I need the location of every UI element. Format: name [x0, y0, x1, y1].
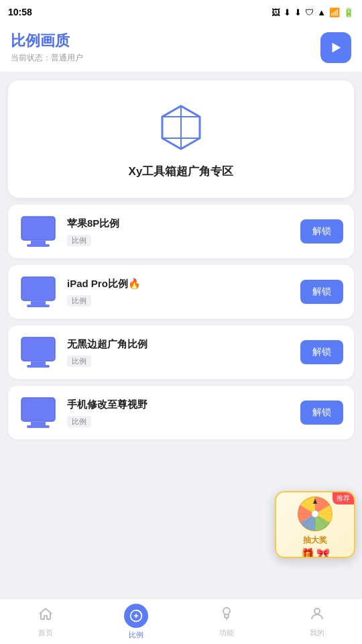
- home-icon: [38, 606, 54, 626]
- item-badge-3: 比例: [67, 416, 91, 427]
- status-icons: 🖼 ⬇ ⬇ 🛡 ▲ 📶 🔋: [272, 7, 354, 17]
- banner-icon: [154, 101, 208, 154]
- nav-label-ratio: 比例: [129, 630, 143, 640]
- status-bar: 10:58 🖼 ⬇ ⬇ 🛡 ▲ 📶 🔋: [0, 0, 362, 24]
- item-monitor-icon-1: [19, 274, 58, 309]
- unlock-button-1[interactable]: 解锁: [300, 280, 343, 304]
- item-monitor-icon-0: [19, 214, 58, 249]
- header: 比例画质 当前状态：普通用户: [0, 24, 362, 72]
- item-badge-0: 比例: [67, 235, 91, 246]
- floating-popup[interactable]: 推荐 抽大奖 🎁 🎀: [275, 491, 355, 558]
- item-title-2: 无黑边超广角比例: [67, 338, 300, 351]
- svg-rect-10: [27, 244, 50, 247]
- svg-point-33: [314, 608, 320, 614]
- nav-item-home[interactable]: 首页: [0, 606, 90, 638]
- svg-point-31: [223, 608, 230, 614]
- svg-rect-21: [31, 422, 46, 425]
- nav-item-mine[interactable]: 我的: [272, 606, 362, 638]
- list-container: 苹果8P比例 比例 解锁 iPad Pro比例🔥 比例 解锁: [8, 205, 354, 439]
- page-title: 比例画质: [11, 31, 83, 51]
- svg-rect-14: [27, 305, 50, 307]
- svg-rect-7: [21, 217, 55, 240]
- svg-point-28: [312, 511, 318, 517]
- download-icon-2: ⬇: [294, 7, 302, 17]
- play-icon: [328, 40, 343, 55]
- unlock-button-0[interactable]: 解锁: [300, 219, 343, 244]
- item-content-2: 无黑边超广角比例 比例: [67, 338, 300, 367]
- svg-rect-13: [31, 301, 46, 305]
- list-item: 无黑边超广角比例 比例 解锁: [8, 325, 354, 379]
- svg-rect-22: [27, 425, 50, 428]
- svg-line-6: [181, 106, 200, 117]
- item-title-0: 苹果8P比例: [67, 217, 300, 230]
- user-icon: [309, 606, 325, 626]
- item-content-0: 苹果8P比例 比例: [67, 217, 300, 246]
- item-badge-1: 比例: [67, 295, 91, 307]
- svg-rect-9: [31, 241, 46, 244]
- nav-item-ratio[interactable]: 比例: [90, 604, 181, 640]
- svg-marker-0: [333, 42, 341, 52]
- banner-card: Xy工具箱超广角专区: [8, 80, 354, 198]
- page-subtitle: 当前状态：普通用户: [11, 52, 83, 64]
- svg-line-5: [162, 106, 181, 117]
- 3d-box-icon: [154, 101, 208, 154]
- header-title-block: 比例画质 当前状态：普通用户: [11, 31, 83, 64]
- unlock-button-3[interactable]: 解锁: [300, 400, 343, 425]
- photo-icon: 🖼: [272, 7, 280, 17]
- gift-icon: 🎁: [301, 547, 314, 558]
- svg-rect-15: [21, 337, 55, 361]
- popup-tag: 推荐: [333, 492, 354, 504]
- list-item: iPad Pro比例🔥 比例 解锁: [8, 265, 354, 319]
- svg-rect-18: [27, 365, 50, 368]
- nav-active-indicator: [124, 604, 148, 628]
- list-item: 苹果8P比例 比例 解锁: [8, 205, 354, 258]
- status-time: 10:58: [8, 7, 32, 17]
- signal-icon: 📶: [329, 7, 340, 17]
- bulb-icon: [219, 606, 235, 626]
- svg-rect-11: [21, 277, 55, 301]
- popup-items-row: 🎁 🎀: [301, 547, 330, 558]
- bottom-nav: 首页 比例 功能 我的: [0, 598, 362, 644]
- list-item: 手机修改至尊视野 比例 解锁: [8, 386, 354, 439]
- item-content-1: iPad Pro比例🔥 比例: [67, 278, 300, 307]
- shield-icon: 🛡: [305, 7, 314, 17]
- item-badge-2: 比例: [67, 356, 91, 367]
- ribbon-icon: 🎀: [316, 547, 330, 558]
- item-content-3: 手机修改至尊视野 比例: [67, 398, 300, 427]
- svg-rect-17: [31, 362, 46, 365]
- battery-icon: 🔋: [343, 7, 354, 17]
- nav-item-function[interactable]: 功能: [181, 606, 272, 638]
- item-monitor-icon-3: [19, 395, 58, 430]
- popup-label: 抽大奖: [303, 535, 327, 546]
- nav-label-mine: 我的: [310, 628, 324, 638]
- item-title-3: 手机修改至尊视野: [67, 398, 300, 411]
- wheel-icon: [297, 496, 333, 532]
- unlock-button-2[interactable]: 解锁: [300, 340, 343, 364]
- wifi-icon: ▲: [317, 7, 326, 17]
- item-monitor-icon-2: [19, 335, 58, 370]
- nav-label-function: 功能: [219, 628, 234, 638]
- item-title-1: iPad Pro比例🔥: [67, 278, 300, 290]
- play-button[interactable]: [320, 32, 351, 63]
- banner-title: Xy工具箱超广角专区: [129, 164, 234, 179]
- nav-label-home: 首页: [38, 628, 53, 638]
- svg-rect-19: [21, 398, 55, 421]
- download-icon-1: ⬇: [284, 7, 291, 17]
